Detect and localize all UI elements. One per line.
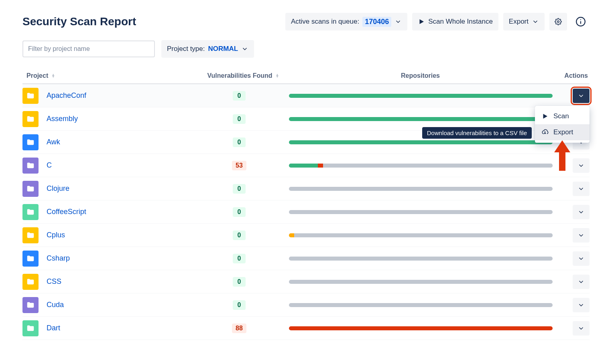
project-type-label: Project type:	[167, 45, 205, 53]
row-actions-button[interactable]	[573, 275, 590, 289]
row-actions-button[interactable]	[573, 205, 590, 219]
column-header-repos: Repositories	[283, 72, 557, 79]
active-scans-label: Active scans in queue:	[291, 18, 359, 26]
row-actions-menu: Scan Export	[535, 106, 590, 143]
chevron-down-icon	[532, 18, 539, 25]
row-action-export[interactable]: Export	[535, 124, 590, 140]
repository-progress-bar	[289, 140, 553, 144]
svg-marker-5	[543, 114, 548, 119]
row-action-scan[interactable]: Scan	[535, 108, 590, 124]
vulnerability-count-badge: 53	[232, 161, 246, 170]
repository-progress-bar	[289, 210, 553, 214]
folder-icon	[22, 320, 39, 336]
chevron-down-icon	[577, 208, 585, 216]
export-dropdown[interactable]: Export	[503, 13, 545, 30]
svg-marker-0	[420, 19, 424, 24]
repository-progress-bar	[289, 117, 553, 121]
project-link[interactable]: Clojure	[47, 184, 69, 193]
chevron-down-icon	[577, 325, 585, 332]
folder-icon	[22, 274, 39, 290]
sort-icon: ▲▼	[276, 74, 279, 78]
scan-whole-instance-label: Scan Whole Instance	[428, 18, 493, 26]
row-actions-button[interactable]	[573, 228, 590, 243]
column-header-vulns-label: Vulnerabilities Found	[207, 72, 272, 79]
chevron-down-icon	[577, 162, 585, 169]
vulnerability-count-badge: 0	[233, 184, 246, 194]
project-link[interactable]: Awk	[47, 138, 60, 146]
vulnerability-count-badge: 0	[233, 277, 246, 287]
svg-marker-7	[554, 140, 570, 171]
row-actions-button[interactable]	[573, 321, 590, 336]
project-link[interactable]: Cplus	[47, 231, 65, 239]
folder-icon	[22, 134, 39, 150]
repository-progress-bar	[289, 257, 553, 261]
repository-progress-bar	[289, 303, 553, 307]
vulnerability-count-badge: 0	[233, 114, 246, 124]
row-actions-button[interactable]	[573, 251, 590, 266]
column-header-repos-label: Repositories	[401, 72, 440, 79]
settings-button[interactable]	[549, 13, 567, 30]
project-link[interactable]: C	[47, 161, 52, 170]
chevron-down-icon	[577, 255, 585, 262]
table-row: CSS0	[22, 270, 590, 293]
project-link[interactable]: Dart	[47, 324, 60, 332]
project-link[interactable]: Assembly	[47, 115, 78, 123]
project-type-dropdown[interactable]: Project type: NORMAL	[161, 40, 254, 58]
project-link[interactable]: Csharp	[47, 254, 70, 263]
cloud-download-icon	[541, 129, 549, 136]
column-header-project[interactable]: Project ▲▼	[26, 72, 203, 79]
play-icon	[541, 113, 549, 120]
folder-icon	[22, 158, 39, 174]
filter-project-name-input[interactable]	[22, 40, 155, 57]
play-icon	[418, 18, 425, 25]
table-row: CoffeeScript0	[22, 200, 590, 224]
repository-progress-bar	[289, 164, 553, 168]
vulnerability-count-badge: 0	[233, 300, 246, 310]
project-type-value: NORMAL	[208, 45, 238, 53]
svg-point-4	[580, 19, 581, 20]
scan-report-table: Project ▲▼ Vulnerabilities Found ▲▼ Repo…	[22, 69, 590, 340]
folder-icon	[22, 227, 39, 243]
row-actions-button[interactable]	[573, 298, 590, 312]
repository-progress-bar	[289, 94, 553, 98]
column-header-actions: Actions	[557, 72, 590, 79]
repository-progress-bar	[289, 280, 553, 284]
folder-icon	[22, 88, 39, 104]
column-header-vulns[interactable]: Vulnerabilities Found ▲▼	[203, 72, 283, 79]
table-row: Clojure0	[22, 177, 590, 200]
vulnerability-count-badge: 0	[233, 138, 246, 147]
page-title: Security Scan Report	[22, 15, 281, 28]
project-link[interactable]: CoffeeScript	[47, 208, 86, 216]
vulnerability-count-badge: 0	[233, 91, 246, 101]
project-link[interactable]: Cuda	[47, 301, 64, 309]
row-actions-button[interactable]	[573, 158, 590, 173]
chevron-down-icon	[394, 18, 402, 25]
folder-icon	[22, 297, 39, 313]
active-scans-queue-dropdown[interactable]: Active scans in queue: 170406	[285, 13, 407, 30]
vulnerability-count-badge: 0	[233, 207, 246, 217]
annotation-arrow-icon	[554, 140, 570, 171]
repository-progress-bar	[289, 233, 553, 237]
export-tooltip: Download vulnerabilities to a CSV file	[422, 127, 532, 139]
vulnerability-count-badge: 0	[233, 231, 246, 240]
table-row: Cuda0	[22, 293, 590, 317]
row-action-export-label: Export	[553, 128, 573, 136]
repository-progress-bar	[289, 187, 553, 191]
info-icon	[575, 16, 586, 27]
chevron-down-icon	[577, 185, 585, 192]
vulnerability-count-badge: 0	[233, 254, 246, 263]
row-actions-button[interactable]	[573, 182, 590, 196]
sort-icon: ▲▼	[51, 74, 55, 78]
table-row: Cplus0	[22, 224, 590, 247]
chevron-down-icon	[577, 301, 585, 309]
column-header-project-label: Project	[26, 72, 48, 79]
scan-whole-instance-button[interactable]: Scan Whole Instance	[412, 13, 498, 30]
row-actions-button[interactable]	[573, 89, 590, 103]
project-link[interactable]: CSS	[47, 277, 61, 286]
column-header-actions-label: Actions	[564, 72, 588, 79]
svg-point-1	[557, 21, 559, 23]
table-row: Csharp0	[22, 247, 590, 270]
table-row: ApacheConf0	[22, 84, 590, 107]
info-button[interactable]	[572, 13, 590, 30]
project-link[interactable]: ApacheConf	[47, 91, 86, 100]
